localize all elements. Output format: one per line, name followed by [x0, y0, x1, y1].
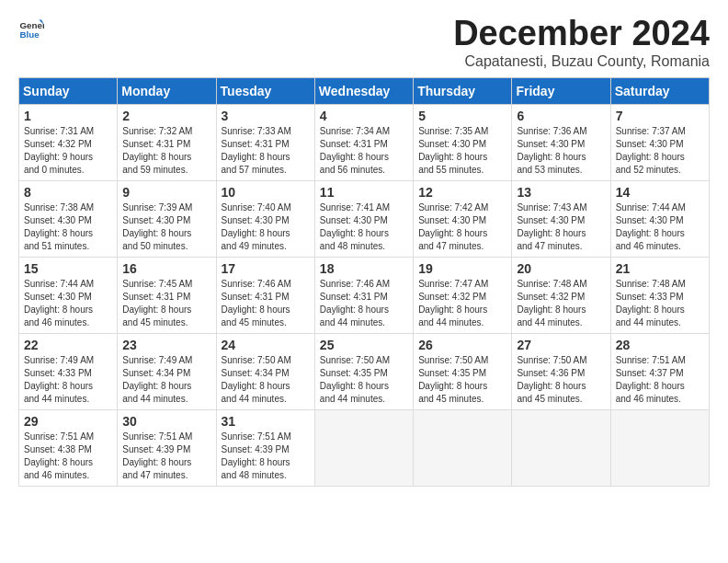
day-info: Sunrise: 7:41 AMSunset: 4:30 PMDaylight:…: [320, 201, 408, 253]
day-number: 24: [222, 338, 310, 352]
day-cell-10: 10Sunrise: 7:40 AMSunset: 4:30 PMDayligh…: [216, 180, 314, 257]
day-number: 31: [222, 414, 310, 429]
day-cell-29: 29Sunrise: 7:51 AMSunset: 4:38 PMDayligh…: [19, 409, 118, 486]
calendar-week-row: 8Sunrise: 7:38 AMSunset: 4:30 PMDaylight…: [19, 180, 710, 257]
header-monday: Monday: [118, 77, 216, 104]
day-cell-8: 8Sunrise: 7:38 AMSunset: 4:30 PMDaylight…: [19, 180, 118, 257]
day-info: Sunrise: 7:45 AMSunset: 4:31 PMDaylight:…: [122, 278, 210, 329]
day-cell-27: 27Sunrise: 7:50 AMSunset: 4:36 PMDayligh…: [512, 333, 610, 409]
day-number: 26: [418, 338, 506, 352]
empty-cell: [314, 409, 413, 486]
day-number: 27: [517, 338, 605, 352]
day-cell-3: 3Sunrise: 7:33 AMSunset: 4:31 PMDaylight…: [216, 104, 314, 180]
day-info: Sunrise: 7:40 AMSunset: 4:30 PMDaylight:…: [222, 201, 310, 253]
day-info: Sunrise: 7:43 AMSunset: 4:30 PMDaylight:…: [517, 201, 605, 253]
calendar-header-row: Sunday Monday Tuesday Wednesday Thursday…: [19, 77, 710, 104]
day-number: 8: [24, 185, 112, 200]
day-cell-4: 4Sunrise: 7:34 AMSunset: 4:31 PMDaylight…: [314, 104, 413, 180]
header-thursday: Thursday: [414, 77, 512, 104]
day-cell-2: 2Sunrise: 7:32 AMSunset: 4:31 PMDaylight…: [118, 104, 216, 180]
day-cell-18: 18Sunrise: 7:46 AMSunset: 4:31 PMDayligh…: [314, 257, 413, 333]
page-header: General Blue December 2024 Capatanesti, …: [18, 15, 710, 70]
day-cell-21: 21Sunrise: 7:48 AMSunset: 4:33 PMDayligh…: [610, 257, 709, 333]
day-number: 6: [517, 109, 605, 123]
day-info: Sunrise: 7:46 AMSunset: 4:31 PMDaylight:…: [320, 278, 408, 329]
day-cell-19: 19Sunrise: 7:47 AMSunset: 4:32 PMDayligh…: [414, 257, 512, 333]
day-info: Sunrise: 7:50 AMSunset: 4:34 PMDaylight:…: [222, 354, 310, 406]
day-info: Sunrise: 7:37 AMSunset: 4:30 PMDaylight:…: [616, 125, 704, 177]
day-number: 2: [122, 109, 210, 123]
day-number: 7: [616, 109, 704, 123]
day-info: Sunrise: 7:33 AMSunset: 4:31 PMDaylight:…: [222, 125, 310, 177]
day-info: Sunrise: 7:49 AMSunset: 4:33 PMDaylight:…: [24, 354, 112, 406]
day-info: Sunrise: 7:44 AMSunset: 4:30 PMDaylight:…: [616, 201, 704, 253]
day-number: 5: [418, 109, 506, 123]
day-info: Sunrise: 7:49 AMSunset: 4:34 PMDaylight:…: [122, 354, 210, 406]
header-wednesday: Wednesday: [314, 77, 413, 104]
day-info: Sunrise: 7:32 AMSunset: 4:31 PMDaylight:…: [122, 125, 210, 177]
day-number: 14: [616, 185, 704, 200]
day-info: Sunrise: 7:31 AMSunset: 4:32 PMDaylight:…: [24, 125, 112, 177]
day-number: 11: [320, 185, 408, 200]
day-number: 9: [122, 185, 210, 200]
day-info: Sunrise: 7:50 AMSunset: 4:35 PMDaylight:…: [320, 354, 408, 406]
day-cell-12: 12Sunrise: 7:42 AMSunset: 4:30 PMDayligh…: [414, 180, 512, 257]
header-friday: Friday: [512, 77, 610, 104]
day-number: 13: [517, 185, 605, 200]
day-info: Sunrise: 7:48 AMSunset: 4:33 PMDaylight:…: [616, 278, 704, 329]
day-info: Sunrise: 7:51 AMSunset: 4:38 PMDaylight:…: [24, 431, 112, 482]
day-cell-30: 30Sunrise: 7:51 AMSunset: 4:39 PMDayligh…: [118, 409, 216, 486]
calendar-table: Sunday Monday Tuesday Wednesday Thursday…: [18, 77, 710, 487]
day-number: 19: [418, 261, 506, 276]
day-cell-1: 1Sunrise: 7:31 AMSunset: 4:32 PMDaylight…: [19, 104, 118, 180]
day-info: Sunrise: 7:51 AMSunset: 4:39 PMDaylight:…: [122, 431, 210, 482]
day-number: 12: [418, 185, 506, 200]
day-cell-6: 6Sunrise: 7:36 AMSunset: 4:30 PMDaylight…: [512, 104, 610, 180]
day-info: Sunrise: 7:51 AMSunset: 4:37 PMDaylight:…: [616, 354, 704, 406]
day-cell-16: 16Sunrise: 7:45 AMSunset: 4:31 PMDayligh…: [118, 257, 216, 333]
location-subtitle: Capatanesti, Buzau County, Romania: [453, 53, 710, 70]
day-cell-31: 31Sunrise: 7:51 AMSunset: 4:39 PMDayligh…: [216, 409, 314, 486]
day-number: 18: [320, 261, 408, 276]
day-cell-7: 7Sunrise: 7:37 AMSunset: 4:30 PMDaylight…: [610, 104, 709, 180]
day-info: Sunrise: 7:35 AMSunset: 4:30 PMDaylight:…: [418, 125, 506, 177]
day-number: 22: [24, 338, 112, 352]
day-number: 1: [24, 109, 112, 123]
day-cell-26: 26Sunrise: 7:50 AMSunset: 4:35 PMDayligh…: [414, 333, 512, 409]
empty-cell: [610, 409, 709, 486]
calendar-week-row: 15Sunrise: 7:44 AMSunset: 4:30 PMDayligh…: [19, 257, 710, 333]
day-number: 21: [616, 261, 704, 276]
day-cell-13: 13Sunrise: 7:43 AMSunset: 4:30 PMDayligh…: [512, 180, 610, 257]
day-cell-5: 5Sunrise: 7:35 AMSunset: 4:30 PMDaylight…: [414, 104, 512, 180]
day-number: 3: [222, 109, 310, 123]
title-area: December 2024 Capatanesti, Buzau County,…: [453, 15, 710, 70]
logo-icon: General Blue: [18, 15, 44, 40]
day-number: 16: [122, 261, 210, 276]
day-info: Sunrise: 7:39 AMSunset: 4:30 PMDaylight:…: [122, 201, 210, 253]
day-info: Sunrise: 7:47 AMSunset: 4:32 PMDaylight:…: [418, 278, 506, 329]
day-cell-17: 17Sunrise: 7:46 AMSunset: 4:31 PMDayligh…: [216, 257, 314, 333]
empty-cell: [512, 409, 610, 486]
header-sunday: Sunday: [19, 77, 118, 104]
day-info: Sunrise: 7:44 AMSunset: 4:30 PMDaylight:…: [24, 278, 112, 329]
day-info: Sunrise: 7:34 AMSunset: 4:31 PMDaylight:…: [320, 125, 408, 177]
day-info: Sunrise: 7:42 AMSunset: 4:30 PMDaylight:…: [418, 201, 506, 253]
day-info: Sunrise: 7:38 AMSunset: 4:30 PMDaylight:…: [24, 201, 112, 253]
day-number: 15: [24, 261, 112, 276]
day-cell-24: 24Sunrise: 7:50 AMSunset: 4:34 PMDayligh…: [216, 333, 314, 409]
header-tuesday: Tuesday: [216, 77, 314, 104]
day-number: 20: [517, 261, 605, 276]
empty-cell: [414, 409, 512, 486]
day-number: 10: [222, 185, 310, 200]
day-info: Sunrise: 7:50 AMSunset: 4:35 PMDaylight:…: [418, 354, 506, 406]
day-info: Sunrise: 7:36 AMSunset: 4:30 PMDaylight:…: [517, 125, 605, 177]
month-title: December 2024: [453, 15, 710, 53]
day-number: 23: [122, 338, 210, 352]
day-cell-15: 15Sunrise: 7:44 AMSunset: 4:30 PMDayligh…: [19, 257, 118, 333]
day-number: 28: [616, 338, 704, 352]
svg-text:Blue: Blue: [19, 29, 40, 40]
day-number: 17: [222, 261, 310, 276]
day-cell-9: 9Sunrise: 7:39 AMSunset: 4:30 PMDaylight…: [118, 180, 216, 257]
day-cell-23: 23Sunrise: 7:49 AMSunset: 4:34 PMDayligh…: [118, 333, 216, 409]
day-info: Sunrise: 7:51 AMSunset: 4:39 PMDaylight:…: [222, 431, 310, 482]
